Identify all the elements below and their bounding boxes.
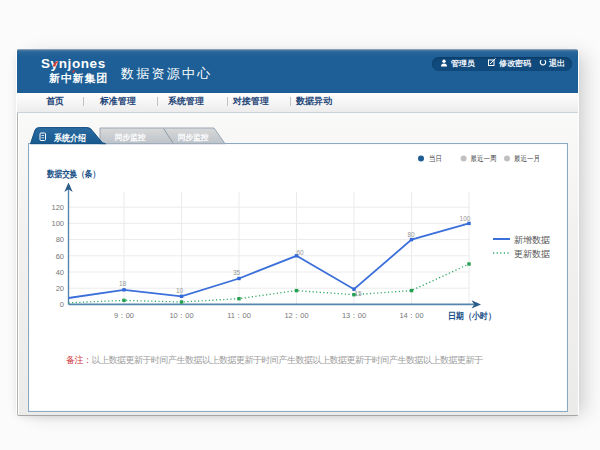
svg-text:最近一周: 最近一周 xyxy=(471,154,497,163)
svg-text:0: 0 xyxy=(60,300,64,309)
svg-text:13：00: 13：00 xyxy=(342,311,366,320)
svg-text:15: 15 xyxy=(354,290,362,297)
svg-text:100: 100 xyxy=(51,219,64,228)
svg-text:11：00: 11：00 xyxy=(227,311,251,320)
svg-text:40: 40 xyxy=(56,268,64,277)
svg-text:9：00: 9：00 xyxy=(114,311,134,320)
svg-text:当日: 当日 xyxy=(429,154,442,163)
svg-text:数据交换（条）: 数据交换（条） xyxy=(46,169,100,179)
svg-text:系统介绍: 系统介绍 xyxy=(53,133,86,143)
svg-text:10：00: 10：00 xyxy=(169,311,193,320)
svg-text:18: 18 xyxy=(119,280,127,287)
svg-text:12：00: 12：00 xyxy=(284,311,308,320)
svg-text:同步监控: 同步监控 xyxy=(115,133,146,142)
svg-text:120: 120 xyxy=(51,203,64,212)
svg-text:80: 80 xyxy=(407,231,415,238)
svg-text:日期（小时）: 日期（小时） xyxy=(448,311,496,321)
svg-text:新增数据: 新增数据 xyxy=(514,235,550,245)
svg-text:更新数据: 更新数据 xyxy=(514,249,550,259)
svg-text:14：00: 14：00 xyxy=(399,311,423,320)
svg-text:最近一月: 最近一月 xyxy=(514,154,540,163)
svg-text:20: 20 xyxy=(56,284,64,293)
svg-text:60: 60 xyxy=(56,252,64,261)
svg-text:60: 60 xyxy=(296,249,304,256)
svg-text:80: 80 xyxy=(56,235,64,244)
svg-text:10: 10 xyxy=(176,287,184,294)
svg-text:35: 35 xyxy=(233,269,241,276)
svg-text:100: 100 xyxy=(460,215,471,222)
svg-text:同步监控: 同步监控 xyxy=(178,133,209,142)
